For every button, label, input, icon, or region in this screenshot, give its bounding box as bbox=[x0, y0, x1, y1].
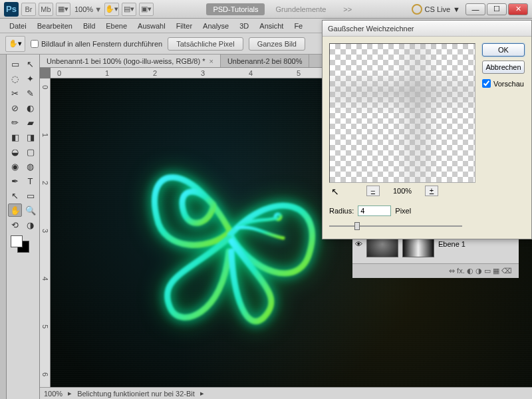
radius-label: Radius: bbox=[329, 207, 354, 215]
scroll-all-checkbox[interactable]: Bildlauf in allen Fenstern durchführen bbox=[31, 40, 162, 48]
zoom-out-button[interactable]: – bbox=[366, 186, 380, 196]
filter-preview[interactable] bbox=[329, 43, 475, 183]
tool-9-0[interactable]: ↖ bbox=[8, 189, 22, 202]
tool-8-0[interactable]: ✒ bbox=[8, 174, 22, 188]
tool-5-1[interactable]: ◨ bbox=[23, 130, 37, 144]
cs-live-button[interactable]: CS Live ▼ bbox=[412, 4, 460, 15]
tool-2-0[interactable]: ✂ bbox=[8, 86, 22, 100]
tool-5-0[interactable]: ◧ bbox=[8, 130, 22, 144]
menu-ebene[interactable]: Ebene bbox=[100, 21, 132, 31]
hand-tool-icon[interactable]: ✋▾ bbox=[104, 3, 119, 16]
tool-0-1[interactable]: ↖ bbox=[23, 57, 37, 70]
ruler-vertical: 01234567 bbox=[40, 78, 51, 387]
artwork-butterfly bbox=[110, 118, 336, 331]
cancel-button[interactable]: Abbrechen bbox=[482, 61, 525, 74]
preview-zoom-level: 100% bbox=[393, 187, 412, 195]
tool-3-1[interactable]: ◐ bbox=[23, 101, 37, 114]
layers-panel-footer: ⇔ fx. ◐ ◑ ▭ ▦ ⌫ bbox=[352, 263, 519, 278]
menu-filter[interactable]: Filter bbox=[171, 21, 198, 31]
radius-slider[interactable] bbox=[329, 220, 462, 232]
workspace-tab-tutorials[interactable]: PSD-Tutorials bbox=[206, 3, 265, 15]
status-bar: 100% ▸ Belichtung funktioniert nur bei 3… bbox=[40, 387, 532, 399]
status-zoom[interactable]: 100% bbox=[44, 390, 63, 398]
tool-11-1[interactable]: ◑ bbox=[23, 218, 37, 231]
bridge-icon[interactable]: Br bbox=[21, 3, 36, 16]
zoom-in-button[interactable]: + bbox=[425, 186, 438, 196]
zoom-level[interactable]: 100% bbox=[74, 5, 93, 13]
gaussian-blur-dialog: Gaußscher Weichzeichner – 100% + Radius:… bbox=[322, 20, 532, 239]
preview-checkbox[interactable]: Vorschau bbox=[482, 79, 525, 88]
tool-7-0[interactable]: ◉ bbox=[8, 160, 22, 173]
color-swatches[interactable] bbox=[8, 235, 38, 255]
tool-8-1[interactable]: T bbox=[23, 174, 37, 188]
menu-auswahl[interactable]: Auswahl bbox=[132, 21, 171, 31]
tool-6-0[interactable]: ◒ bbox=[8, 145, 22, 158]
view-extras-icon[interactable]: ▦▾ bbox=[56, 3, 70, 16]
dialog-title[interactable]: Gaußscher Weichzeichner bbox=[323, 21, 531, 37]
tool-3-0[interactable]: ⊘ bbox=[8, 101, 22, 114]
screen-mode-icon[interactable]: ▣▾ bbox=[139, 3, 154, 16]
tool-0-0[interactable]: ▭ bbox=[8, 57, 22, 70]
tool-1-0[interactable]: ◌ bbox=[8, 72, 22, 85]
menu-datei[interactable]: Datei bbox=[4, 21, 32, 31]
menu-fenster[interactable]: Fe bbox=[289, 21, 308, 31]
mini-bridge-icon[interactable]: Mb bbox=[39, 3, 53, 16]
workspace-tab-grundelemente[interactable]: Grundelemente bbox=[269, 3, 332, 15]
tool-7-1[interactable]: ◍ bbox=[23, 160, 37, 173]
tool-4-1[interactable]: ▰ bbox=[23, 116, 37, 129]
tool-9-1[interactable]: ▭ bbox=[23, 189, 37, 202]
menu-analyse[interactable]: Analyse bbox=[198, 21, 234, 31]
maximize-button[interactable]: ☐ bbox=[487, 3, 507, 15]
foreground-swatch[interactable] bbox=[11, 235, 23, 247]
actual-pixels-button[interactable]: Tatsächliche Pixel bbox=[168, 37, 243, 51]
title-bar: Ps Br Mb ▦▾ 100%▼ ✋▾ ▤▾ ▣▾ PSD-Tutorials… bbox=[0, 0, 532, 19]
radius-unit: Pixel bbox=[395, 207, 411, 215]
layer-name[interactable]: Ebene 1 bbox=[438, 240, 466, 248]
app-logo: Ps bbox=[4, 2, 19, 17]
tool-10-1[interactable]: 🔍 bbox=[23, 203, 37, 217]
fit-screen-button[interactable]: Ganzes Bild bbox=[249, 37, 305, 51]
close-button[interactable]: ✕ bbox=[508, 3, 528, 15]
arrange-icon[interactable]: ▤▾ bbox=[122, 3, 136, 16]
menu-bearbeiten[interactable]: Bearbeiten bbox=[32, 21, 78, 31]
workspace-more[interactable]: >> bbox=[336, 3, 358, 15]
toolbox: ▭↖◌✦✂✎⊘◐✏▰◧◨◒▢◉◍✒T↖▭✋🔍⟲◑ bbox=[7, 55, 40, 399]
radius-input[interactable] bbox=[358, 205, 391, 216]
tool-6-1[interactable]: ▢ bbox=[23, 145, 37, 158]
tool-10-0[interactable]: ✋ bbox=[8, 203, 22, 217]
menu-ansicht[interactable]: Ansicht bbox=[254, 21, 289, 31]
menu-bild[interactable]: Bild bbox=[78, 21, 100, 31]
current-tool-indicator[interactable]: ✋▾ bbox=[5, 36, 25, 52]
tool-1-1[interactable]: ✦ bbox=[23, 72, 37, 85]
ok-button[interactable]: OK bbox=[482, 43, 525, 57]
layers-footer-icons[interactable]: ⇔ fx. ◐ ◑ ▭ ▦ ⌫ bbox=[449, 267, 512, 275]
document-tab-2[interactable]: Unbenannt-2 bei 800% bbox=[221, 55, 310, 67]
tool-2-1[interactable]: ✎ bbox=[23, 86, 37, 100]
menu-3d[interactable]: 3D bbox=[234, 21, 254, 31]
tool-11-0[interactable]: ⟲ bbox=[8, 218, 22, 231]
panel-collapse-bar[interactable] bbox=[0, 55, 7, 399]
tool-4-0[interactable]: ✏ bbox=[8, 116, 22, 129]
visibility-icon[interactable]: 👁 bbox=[355, 240, 362, 248]
minimize-button[interactable]: — bbox=[466, 3, 485, 15]
document-tab-1[interactable]: Unbenannt-1 bei 100% (logo-illu-weiss, R… bbox=[40, 55, 221, 67]
status-message: Belichtung funktioniert nur bei 32-Bit bbox=[77, 390, 195, 398]
close-tab-icon[interactable]: × bbox=[209, 57, 213, 65]
svg-point-0 bbox=[275, 214, 281, 219]
